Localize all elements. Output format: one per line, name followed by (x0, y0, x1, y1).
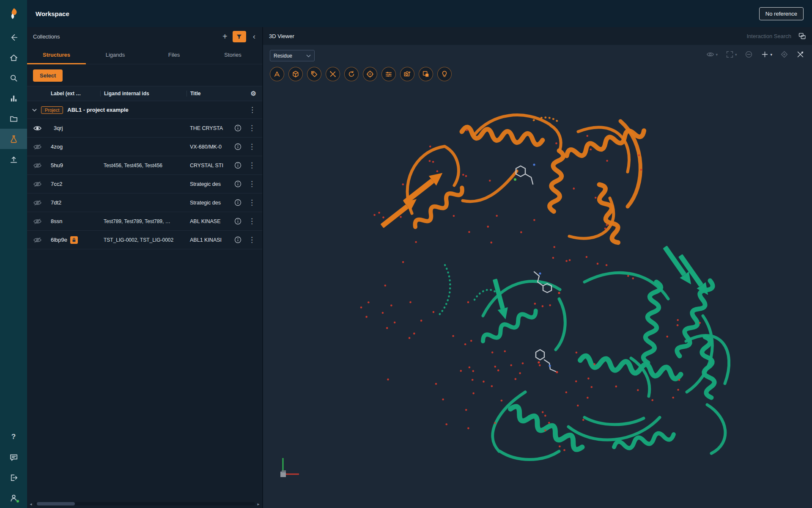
ligand-ids: TST_LIG-0002, TST_LIG-0002 (100, 237, 187, 243)
chevron-down-icon (306, 54, 311, 58)
visibility-off-icon[interactable] (33, 237, 41, 243)
focus-button[interactable] (780, 50, 788, 58)
table-row[interactable]: 7cc2 Strategic des ⋮ (27, 175, 262, 193)
surface-button[interactable] (288, 67, 303, 81)
tab-files[interactable]: Files (145, 46, 203, 64)
tab-ligands[interactable]: Ligands (86, 46, 145, 64)
help-button[interactable]: ? (0, 427, 27, 447)
table-row[interactable]: 5hu9 Test456, Test456, Test456 CRYSTAL S… (27, 156, 262, 175)
visibility-off-icon[interactable] (33, 163, 41, 168)
visibility-off-icon[interactable] (33, 200, 41, 206)
bar-chart-icon (9, 94, 18, 103)
visibility-off-icon[interactable] (33, 181, 41, 187)
molecule-canvas[interactable] (263, 45, 812, 508)
kebab-menu-icon[interactable]: ⋮ (247, 124, 257, 133)
measure-button[interactable] (270, 67, 284, 81)
center-button[interactable] (363, 67, 377, 81)
kebab-menu-icon[interactable]: ⋮ (247, 161, 257, 170)
bond-style-button[interactable] (326, 67, 340, 81)
structure-label: 4zog (51, 144, 63, 150)
spin-button[interactable] (344, 67, 359, 81)
app-rail: ? (0, 0, 27, 508)
account-button[interactable] (0, 488, 27, 508)
project-row[interactable]: Project ABL1 - project example ⋮ (27, 101, 262, 119)
table-row[interactable]: 4zog VX-680/MK-0 ⋮ (27, 138, 262, 156)
lighting-button[interactable] (437, 67, 452, 81)
kebab-menu-icon[interactable]: ⋮ (247, 235, 257, 244)
scroll-left-arrow[interactable]: ◂ (29, 502, 33, 506)
add-menu-button[interactable]: ▾ (761, 50, 772, 58)
kebab-menu-icon[interactable]: ⋮ (247, 105, 257, 114)
horizontal-scrollbar[interactable]: ◂ ▸ (27, 501, 262, 508)
sidebar-item-files[interactable] (0, 108, 27, 129)
logout-button[interactable] (0, 467, 27, 488)
table-row[interactable]: 3qrj THE CRYSTA ⋮ (27, 119, 262, 138)
kebab-menu-icon[interactable]: ⋮ (247, 142, 257, 151)
visibility-off-icon[interactable] (33, 218, 41, 224)
column-title[interactable]: Title (187, 91, 234, 97)
caret-down-icon: ▾ (716, 52, 718, 57)
visibility-on-icon[interactable] (33, 125, 41, 131)
arrow-left-icon (9, 33, 18, 42)
chevron-down-icon[interactable] (32, 108, 37, 112)
table-row[interactable]: 8ssn Test789, Test789, Test789, … ABL KI… (27, 212, 262, 231)
picker-level-value: Residue (274, 53, 292, 59)
visibility-off-icon[interactable] (33, 144, 41, 150)
label-button[interactable] (307, 67, 321, 81)
info-icon[interactable] (234, 218, 241, 225)
tab-structures[interactable]: Structures (27, 46, 86, 64)
info-icon[interactable] (234, 162, 241, 169)
snapshot-settings-button[interactable] (400, 67, 414, 81)
kebab-menu-icon[interactable]: ⋮ (247, 179, 257, 188)
kebab-menu-icon[interactable]: ⋮ (247, 217, 257, 226)
column-settings-button[interactable]: ⚙ (234, 90, 262, 97)
eye-icon (706, 50, 714, 58)
select-button[interactable]: Select (33, 69, 63, 82)
help-icon: ? (11, 433, 16, 441)
expand-corners-icon (726, 50, 734, 58)
scrollbar-track[interactable] (34, 502, 255, 505)
sidebar-item-home[interactable] (0, 47, 27, 68)
zoom-out-button[interactable] (745, 50, 753, 58)
visibility-menu-button[interactable]: ▾ (706, 50, 718, 58)
interaction-panel-icon[interactable] (798, 32, 806, 40)
filter-button[interactable] (233, 31, 246, 42)
interaction-search-button[interactable]: Interaction Search (746, 33, 791, 39)
upload-icon (9, 155, 18, 164)
sidebar-item-analytics[interactable] (0, 88, 27, 108)
collections-panel: Collections + ‹ Structures Ligands Files… (27, 27, 263, 508)
table-row[interactable]: 7dt2 Strategic des ⋮ (27, 193, 262, 212)
sidebar-item-search[interactable] (0, 68, 27, 88)
no-reference-button[interactable]: No reference (759, 7, 804, 20)
table-row[interactable]: 6lbp9e TST_LIG-0002, TST_LIG-0002 ABL1 K… (27, 231, 262, 249)
sidebar-item-workspace[interactable] (0, 129, 27, 149)
info-icon[interactable] (234, 143, 241, 150)
diamond-target-icon (780, 50, 788, 58)
sidebar-item-upload[interactable] (0, 149, 27, 169)
info-icon[interactable] (234, 236, 241, 243)
back-button[interactable] (0, 27, 27, 47)
app-logo (0, 0, 27, 27)
info-icon[interactable] (234, 180, 241, 188)
scroll-right-arrow[interactable]: ▸ (256, 502, 261, 506)
display-settings-button[interactable] (381, 67, 396, 81)
table-header: Label (ext … Ligand internal ids Title ⚙ (27, 86, 262, 101)
picker-level-select[interactable]: Residue (270, 50, 315, 61)
collapse-panel-button[interactable]: ‹ (251, 32, 257, 41)
scrollbar-thumb[interactable] (37, 502, 75, 505)
column-label[interactable]: Label (ext … (47, 91, 100, 97)
feedback-button[interactable] (0, 447, 27, 467)
info-icon[interactable] (234, 199, 241, 206)
overlay-button[interactable] (419, 67, 433, 81)
project-badge: Project (41, 106, 63, 114)
target-icon (366, 70, 374, 78)
axes-toggle-button[interactable] (796, 50, 804, 58)
fit-view-menu-button[interactable]: ▾ (726, 50, 737, 58)
tab-stories[interactable]: Stories (203, 46, 262, 64)
ligand-ids: Test456, Test456, Test456 (100, 163, 187, 168)
add-collection-button[interactable]: + (222, 32, 228, 41)
kebab-menu-icon[interactable]: ⋮ (247, 198, 257, 207)
info-icon[interactable] (234, 124, 241, 132)
column-ligand-ids[interactable]: Ligand internal ids (100, 91, 187, 97)
online-status-dot (16, 500, 19, 503)
